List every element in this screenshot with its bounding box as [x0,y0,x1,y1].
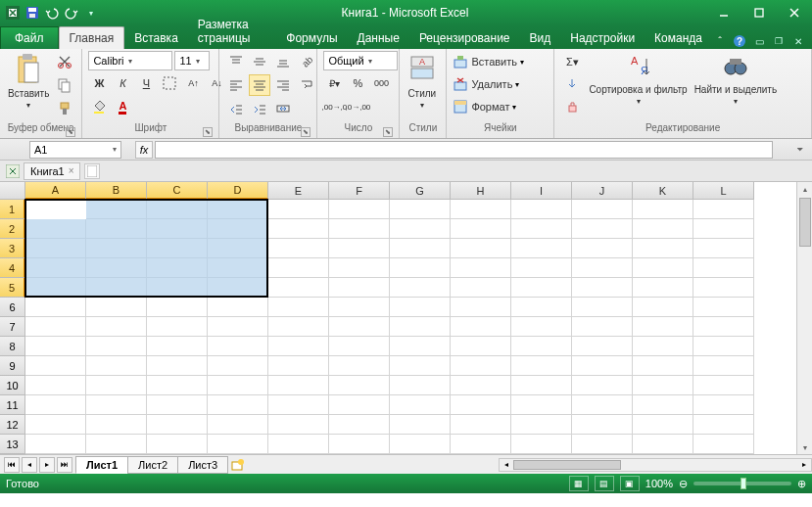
cell[interactable] [268,356,329,376]
cell[interactable] [268,337,329,356]
insert-cells-button[interactable]: Вставить [471,51,517,72]
cell[interactable] [693,415,754,435]
row-header[interactable]: 10 [0,376,25,395]
row-header[interactable]: 5 [0,278,25,298]
cell[interactable] [86,356,147,376]
formula-input[interactable] [155,141,773,159]
dialog-launcher-icon[interactable]: ⬊ [383,127,393,137]
cell[interactable] [147,376,208,395]
cell[interactable] [208,337,268,356]
cell[interactable] [86,317,147,337]
cell[interactable] [390,337,451,356]
cell[interactable] [329,337,390,356]
bold-button[interactable]: Ж [88,72,110,94]
cell[interactable] [633,298,693,317]
cell[interactable] [390,200,451,219]
cell[interactable] [451,435,511,454]
column-header[interactable]: C [147,182,208,200]
column-header[interactable]: K [633,182,693,200]
cell[interactable] [25,317,86,337]
cell[interactable] [208,376,268,395]
cell[interactable] [208,298,268,317]
cell[interactable] [268,435,329,454]
cell[interactable] [86,337,147,356]
cell[interactable] [572,317,633,337]
cell[interactable] [147,395,208,415]
cell[interactable] [511,435,572,454]
ribbon-minimize-icon[interactable]: ˆ [712,33,728,49]
row-header[interactable]: 12 [0,415,25,435]
qat-customize-icon[interactable]: ▾ [82,4,100,22]
cell[interactable] [268,278,329,298]
zoom-knob[interactable] [740,478,746,489]
cell[interactable] [572,258,633,278]
cell[interactable] [693,239,754,258]
cell[interactable] [633,200,693,219]
cell[interactable] [86,200,147,219]
cell[interactable] [25,258,86,278]
excel-icon[interactable] [4,4,22,22]
cell[interactable] [390,376,451,395]
cell[interactable] [268,219,329,239]
cell[interactable] [208,219,268,239]
cell[interactable] [86,278,147,298]
sheet-tab[interactable]: Лист2 [127,456,178,474]
cell[interactable] [147,298,208,317]
help-icon[interactable]: ? [732,33,747,49]
next-sheet-button[interactable]: ▸ [39,457,55,473]
first-sheet-button[interactable]: ⏮ [4,457,20,473]
cell[interactable] [329,317,390,337]
cell[interactable] [390,415,451,435]
comma-button[interactable]: 000 [370,72,392,94]
cell[interactable] [390,258,451,278]
tab-view[interactable]: Вид [520,27,561,49]
cell[interactable] [511,219,572,239]
format-painter-button[interactable] [54,98,75,119]
cell[interactable] [693,317,754,337]
cell[interactable] [147,337,208,356]
cell[interactable] [86,219,147,239]
cell[interactable] [693,298,754,317]
delete-cells-button[interactable]: Удалить [471,73,512,95]
cell[interactable] [208,356,268,376]
align-center-button[interactable] [249,74,270,96]
cell[interactable] [451,395,511,415]
cell[interactable] [451,200,511,219]
cell[interactable] [86,376,147,395]
cell[interactable] [86,415,147,435]
cell[interactable] [268,395,329,415]
scroll-right-icon[interactable]: ▸ [797,460,811,469]
row-header[interactable]: 3 [0,239,25,258]
wrap-text-button[interactable] [296,74,317,96]
cell[interactable] [208,435,268,454]
cell[interactable] [572,200,633,219]
fx-button[interactable]: fx [135,141,153,159]
column-header[interactable]: F [329,182,390,200]
save-icon[interactable] [24,4,41,22]
scroll-down-icon[interactable]: ▾ [797,440,812,454]
cell[interactable] [451,317,511,337]
cell[interactable] [147,278,208,298]
select-all-corner[interactable] [0,182,25,200]
cell[interactable] [633,258,693,278]
cell[interactable] [329,239,390,258]
sheet-tab[interactable]: Лист3 [177,456,228,474]
cell[interactable] [208,258,268,278]
cell[interactable] [329,415,390,435]
cell[interactable] [572,219,633,239]
cell[interactable] [390,278,451,298]
cell[interactable] [693,435,754,454]
align-top-button[interactable] [225,51,247,72]
row-header[interactable]: 7 [0,317,25,337]
cell[interactable] [147,317,208,337]
borders-button[interactable] [159,72,180,94]
cell[interactable] [693,376,754,395]
tab-team[interactable]: Команда [645,27,712,49]
cell[interactable] [268,298,329,317]
tab-insert[interactable]: Вставка [124,27,188,49]
cell[interactable] [511,415,572,435]
cell[interactable] [208,395,268,415]
tab-page-layout[interactable]: Разметка страницы [188,14,276,49]
cell[interactable] [329,395,390,415]
scroll-thumb[interactable] [513,460,621,470]
